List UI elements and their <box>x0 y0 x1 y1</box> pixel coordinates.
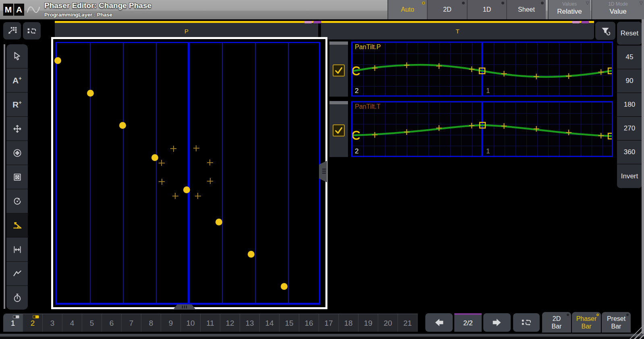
right-scrollbar[interactable] <box>642 19 644 339</box>
phase-grid[interactable] <box>56 42 320 305</box>
phase-360-button[interactable]: 360 <box>617 141 642 164</box>
rotate-icon <box>12 196 23 207</box>
values-dropdown[interactable]: Values Relative ▽ <box>548 0 590 19</box>
add-absolute-tool-button[interactable]: A+ <box>6 68 28 93</box>
step-label: 6 <box>110 319 114 328</box>
add-relative-tool-button[interactable]: R+ <box>6 93 28 117</box>
tab-1d-indicator <box>501 2 504 4</box>
step-button-11[interactable]: 11 <box>201 314 220 332</box>
checkmark-icon <box>333 65 344 76</box>
grid-move-button[interactable] <box>3 22 21 39</box>
tilt-column-chip-purple <box>581 21 589 23</box>
step-label: 21 <box>403 319 412 328</box>
step-button-2[interactable]: 2 <box>23 314 43 332</box>
step-button-15[interactable]: 15 <box>280 314 299 332</box>
add-absolute-icon: A+ <box>12 75 22 85</box>
phase-180-button[interactable]: 180 <box>617 93 642 116</box>
step-button-4[interactable]: 4 <box>62 314 82 332</box>
update-cycle-button[interactable] <box>23 22 41 39</box>
phase-invert-button[interactable]: Invert <box>617 164 642 188</box>
step-button-12[interactable]: 12 <box>220 314 240 332</box>
graph-section-left-label: 2 <box>355 87 358 95</box>
phase-point-dot[interactable] <box>248 251 255 258</box>
rotate-tool-button[interactable] <box>6 189 28 213</box>
tab-sheet[interactable]: Sheet <box>506 0 546 19</box>
step-button-20[interactable]: 20 <box>378 314 398 332</box>
step-button-21[interactable]: 21 <box>398 314 418 332</box>
title-bar[interactable]: MA Phaser Editor: Change Phase Programmi… <box>0 0 644 19</box>
move-icon <box>12 124 23 134</box>
left-scrollbar[interactable] <box>4 44 5 309</box>
column-header-tilt[interactable]: T <box>321 21 594 39</box>
window-title: Phaser Editor: Change Phase <box>44 1 151 10</box>
phase-tool-button[interactable] <box>6 213 28 238</box>
tilt-graph-checkbox[interactable] <box>333 124 345 136</box>
step-button-8[interactable]: 8 <box>141 314 161 332</box>
phase-point-dot[interactable] <box>215 219 222 225</box>
tab-1d[interactable]: 1D <box>467 0 506 19</box>
step-button-19[interactable]: 19 <box>358 314 378 332</box>
values-dropdown-value: Relative <box>549 8 590 16</box>
step-toggle[interactable] <box>33 315 39 318</box>
width-tool-button[interactable] <box>6 238 28 262</box>
preset-bar-button[interactable]: Preset Bar <box>602 312 631 333</box>
phase-point-dot[interactable] <box>119 122 126 129</box>
phase-point-dot[interactable] <box>281 283 288 290</box>
move-circle-tool-button[interactable] <box>6 141 28 165</box>
1d-mode-dropdown[interactable]: 1D Mode Value ▽ <box>591 0 644 19</box>
1d-mode-dropdown-value: Value <box>592 8 644 16</box>
ma-logo[interactable]: MA <box>3 4 25 16</box>
phase-point-dot[interactable] <box>54 57 61 64</box>
panel-drag-bar[interactable] <box>329 101 348 104</box>
phaser-2d-canvas[interactable] <box>53 39 325 307</box>
phase-point-dot[interactable] <box>87 90 94 97</box>
transition-tool-button[interactable] <box>6 262 28 286</box>
step-button-14[interactable]: 14 <box>260 314 280 332</box>
graph-pantilt-p[interactable]: PanTilt.P 2 1 <box>351 41 613 97</box>
tab-2d[interactable]: 2D <box>427 0 467 19</box>
step-toggle[interactable] <box>13 315 19 318</box>
step-label: 4 <box>70 319 75 328</box>
move-tool-button[interactable] <box>6 117 28 141</box>
next-page-button[interactable] <box>483 313 511 332</box>
step-label: 14 <box>265 319 273 328</box>
step-button-9[interactable]: 9 <box>161 314 181 332</box>
reset-button[interactable]: Reset <box>617 22 642 45</box>
phase-270-button[interactable]: 270 <box>617 117 642 140</box>
step-button-16[interactable]: 16 <box>299 314 319 332</box>
pan-graph-checkbox[interactable] <box>333 64 345 76</box>
step-button-17[interactable]: 17 <box>319 314 339 332</box>
tab-sheet-indicator <box>541 2 544 4</box>
phase-45-button[interactable]: 45 <box>617 45 642 69</box>
phase-90-button[interactable]: 90 <box>617 69 642 93</box>
graph-svg <box>352 43 612 95</box>
scale-tool-button[interactable] <box>6 165 28 189</box>
curve-plus-marker <box>566 73 572 79</box>
phase-point-dot[interactable] <box>151 154 158 161</box>
timer-icon <box>12 293 23 303</box>
step-button-10[interactable]: 10 <box>181 314 201 332</box>
filter-button[interactable] <box>595 22 615 40</box>
pointer-tool-button[interactable] <box>6 44 28 68</box>
step-button-1[interactable]: 1 <box>3 314 23 332</box>
step-button-7[interactable]: 7 <box>122 314 141 332</box>
step-label: 12 <box>226 319 234 328</box>
resize-grip[interactable] <box>630 325 644 339</box>
step-button-13[interactable]: 13 <box>240 314 260 332</box>
step-button-18[interactable]: 18 <box>339 314 358 332</box>
phase-point-dot[interactable] <box>183 186 190 193</box>
step-button-5[interactable]: 5 <box>82 314 102 332</box>
prev-page-button[interactable] <box>425 313 453 332</box>
update-cycle-button-bottom[interactable] <box>513 313 540 332</box>
panel-drag-bar[interactable] <box>329 41 348 45</box>
graph-pantilt-t[interactable]: PanTilt.T 2 1 <box>351 101 613 157</box>
step-button-3[interactable]: 3 <box>43 314 62 332</box>
phase-reference-cross <box>207 178 213 184</box>
step-button-6[interactable]: 6 <box>102 314 122 332</box>
tab-auto[interactable]: Auto <box>387 0 427 19</box>
2d-bar-button[interactable]: 2D Bar <box>542 312 571 333</box>
timer-tool-button[interactable] <box>6 286 28 310</box>
phaser-bar-button[interactable]: Phaser Bar <box>572 312 601 333</box>
page-indicator[interactable]: 2/2 <box>454 313 482 332</box>
curve-plus-marker <box>534 74 539 79</box>
